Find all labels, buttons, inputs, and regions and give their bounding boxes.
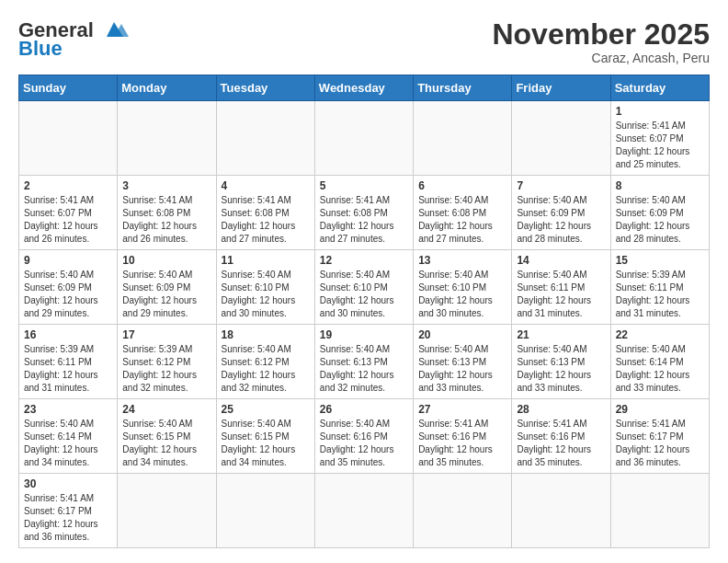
- day-info: Sunrise: 5:41 AM Sunset: 6:16 PM Dayligh…: [418, 418, 506, 469]
- day-number: 26: [320, 403, 408, 416]
- day-number: 6: [418, 179, 506, 192]
- day-info: Sunrise: 5:40 AM Sunset: 6:08 PM Dayligh…: [418, 194, 506, 246]
- day-number: 4: [222, 179, 310, 192]
- day-info: Sunrise: 5:39 AM Sunset: 6:11 PM Dayligh…: [24, 343, 112, 395]
- calendar-cell: [610, 474, 709, 548]
- day-info: Sunrise: 5:40 AM Sunset: 6:16 PM Dayligh…: [320, 418, 408, 469]
- calendar-cell: 13Sunrise: 5:40 AM Sunset: 6:10 PM Dayli…: [414, 250, 512, 325]
- day-number: 14: [517, 254, 605, 267]
- dow-header-wednesday: Wednesday: [314, 75, 413, 101]
- calendar-cell: 30Sunrise: 5:41 AM Sunset: 6:17 PM Dayli…: [19, 474, 118, 548]
- day-info: Sunrise: 5:40 AM Sunset: 6:13 PM Dayligh…: [517, 343, 605, 395]
- calendar-cell: [314, 101, 413, 176]
- day-number: 10: [122, 254, 210, 267]
- day-info: Sunrise: 5:41 AM Sunset: 6:08 PM Dayligh…: [222, 194, 310, 246]
- calendar-cell: 3Sunrise: 5:41 AM Sunset: 6:08 PM Daylig…: [118, 176, 216, 250]
- day-number: 16: [24, 328, 112, 341]
- day-info: Sunrise: 5:40 AM Sunset: 6:09 PM Dayligh…: [517, 194, 605, 246]
- calendar-cell: 21Sunrise: 5:40 AM Sunset: 6:13 PM Dayli…: [512, 325, 610, 399]
- calendar-cell: 11Sunrise: 5:40 AM Sunset: 6:10 PM Dayli…: [216, 250, 314, 325]
- calendar-cell: 9Sunrise: 5:40 AM Sunset: 6:09 PM Daylig…: [19, 250, 118, 325]
- day-number: 8: [616, 179, 704, 192]
- day-number: 20: [418, 328, 506, 341]
- dow-header-thursday: Thursday: [414, 75, 512, 101]
- calendar-cell: 10Sunrise: 5:40 AM Sunset: 6:09 PM Dayli…: [118, 250, 216, 325]
- calendar-cell: 25Sunrise: 5:40 AM Sunset: 6:15 PM Dayli…: [216, 399, 314, 474]
- calendar-cell: [512, 474, 610, 548]
- day-info: Sunrise: 5:40 AM Sunset: 6:12 PM Dayligh…: [222, 343, 310, 395]
- calendar-cell: [414, 474, 512, 548]
- day-info: Sunrise: 5:39 AM Sunset: 6:11 PM Dayligh…: [616, 269, 704, 320]
- calendar-cell: [216, 101, 314, 176]
- day-number: 19: [320, 328, 408, 341]
- day-info: Sunrise: 5:41 AM Sunset: 6:08 PM Dayligh…: [320, 194, 408, 246]
- calendar-cell: 7Sunrise: 5:40 AM Sunset: 6:09 PM Daylig…: [512, 176, 610, 250]
- day-info: Sunrise: 5:41 AM Sunset: 6:07 PM Dayligh…: [616, 120, 704, 171]
- day-number: 22: [616, 328, 704, 341]
- calendar-cell: [414, 101, 512, 176]
- day-info: Sunrise: 5:40 AM Sunset: 6:15 PM Dayligh…: [122, 418, 210, 469]
- calendar-cell: [216, 474, 314, 548]
- day-info: Sunrise: 5:41 AM Sunset: 6:17 PM Dayligh…: [24, 492, 112, 544]
- day-number: 29: [616, 403, 704, 416]
- calendar-cell: [118, 101, 216, 176]
- day-number: 13: [418, 254, 506, 267]
- day-number: 24: [122, 403, 210, 416]
- calendar-cell: [314, 474, 413, 548]
- calendar-cell: 12Sunrise: 5:40 AM Sunset: 6:10 PM Dayli…: [314, 250, 413, 325]
- day-info: Sunrise: 5:41 AM Sunset: 6:07 PM Dayligh…: [24, 194, 112, 246]
- day-number: 25: [222, 403, 310, 416]
- dow-header-tuesday: Tuesday: [216, 75, 314, 101]
- calendar-cell: 29Sunrise: 5:41 AM Sunset: 6:17 PM Dayli…: [610, 399, 709, 474]
- day-info: Sunrise: 5:40 AM Sunset: 6:10 PM Dayligh…: [418, 269, 506, 320]
- day-number: 11: [222, 254, 310, 267]
- calendar-cell: [118, 474, 216, 548]
- day-info: Sunrise: 5:41 AM Sunset: 6:16 PM Dayligh…: [517, 418, 605, 469]
- calendar-cell: [19, 101, 118, 176]
- day-info: Sunrise: 5:40 AM Sunset: 6:10 PM Dayligh…: [320, 269, 408, 320]
- day-number: 18: [222, 328, 310, 341]
- calendar-cell: [512, 101, 610, 176]
- logo-text-blue: Blue: [18, 37, 63, 61]
- day-info: Sunrise: 5:39 AM Sunset: 6:12 PM Dayligh…: [122, 343, 210, 395]
- day-number: 23: [24, 403, 112, 416]
- dow-header-saturday: Saturday: [610, 75, 709, 101]
- day-number: 28: [517, 403, 605, 416]
- calendar-cell: 23Sunrise: 5:40 AM Sunset: 6:14 PM Dayli…: [19, 399, 118, 474]
- calendar-cell: 1Sunrise: 5:41 AM Sunset: 6:07 PM Daylig…: [610, 101, 709, 176]
- day-number: 21: [517, 328, 605, 341]
- calendar-cell: 15Sunrise: 5:39 AM Sunset: 6:11 PM Dayli…: [610, 250, 709, 325]
- title-block: November 2025 Caraz, Ancash, Peru: [492, 18, 710, 65]
- calendar-cell: 18Sunrise: 5:40 AM Sunset: 6:12 PM Dayli…: [216, 325, 314, 399]
- calendar-cell: 20Sunrise: 5:40 AM Sunset: 6:13 PM Dayli…: [414, 325, 512, 399]
- day-number: 9: [24, 254, 112, 267]
- calendar-cell: 14Sunrise: 5:40 AM Sunset: 6:11 PM Dayli…: [512, 250, 610, 325]
- day-number: 27: [418, 403, 506, 416]
- dow-header-friday: Friday: [512, 75, 610, 101]
- day-number: 15: [616, 254, 704, 267]
- calendar-cell: 16Sunrise: 5:39 AM Sunset: 6:11 PM Dayli…: [19, 325, 118, 399]
- day-info: Sunrise: 5:40 AM Sunset: 6:11 PM Dayligh…: [517, 269, 605, 320]
- day-info: Sunrise: 5:40 AM Sunset: 6:13 PM Dayligh…: [320, 343, 408, 395]
- page-header: General Blue November 2025 Caraz, Ancash…: [18, 18, 710, 65]
- calendar-cell: 4Sunrise: 5:41 AM Sunset: 6:08 PM Daylig…: [216, 176, 314, 250]
- month-title: November 2025: [492, 18, 710, 51]
- calendar-cell: 5Sunrise: 5:41 AM Sunset: 6:08 PM Daylig…: [314, 176, 413, 250]
- day-number: 12: [320, 254, 408, 267]
- day-info: Sunrise: 5:40 AM Sunset: 6:09 PM Dayligh…: [616, 194, 704, 246]
- day-number: 7: [517, 179, 605, 192]
- calendar-cell: 27Sunrise: 5:41 AM Sunset: 6:16 PM Dayli…: [414, 399, 512, 474]
- day-info: Sunrise: 5:40 AM Sunset: 6:15 PM Dayligh…: [222, 418, 310, 469]
- day-number: 5: [320, 179, 408, 192]
- calendar-cell: 19Sunrise: 5:40 AM Sunset: 6:13 PM Dayli…: [314, 325, 413, 399]
- dow-header-sunday: Sunday: [19, 75, 118, 101]
- day-info: Sunrise: 5:41 AM Sunset: 6:17 PM Dayligh…: [616, 418, 704, 469]
- day-info: Sunrise: 5:40 AM Sunset: 6:10 PM Dayligh…: [222, 269, 310, 320]
- calendar-cell: 2Sunrise: 5:41 AM Sunset: 6:07 PM Daylig…: [19, 176, 118, 250]
- day-number: 2: [24, 179, 112, 192]
- calendar-cell: 26Sunrise: 5:40 AM Sunset: 6:16 PM Dayli…: [314, 399, 413, 474]
- day-number: 17: [122, 328, 210, 341]
- day-info: Sunrise: 5:40 AM Sunset: 6:14 PM Dayligh…: [24, 418, 112, 469]
- calendar-cell: 8Sunrise: 5:40 AM Sunset: 6:09 PM Daylig…: [610, 176, 709, 250]
- dow-header-monday: Monday: [118, 75, 216, 101]
